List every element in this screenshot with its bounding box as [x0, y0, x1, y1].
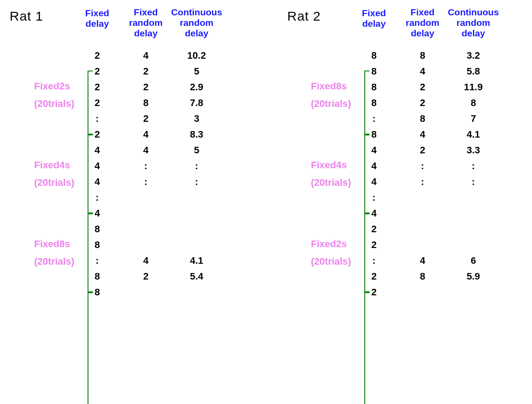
column-header: random: [405, 18, 439, 28]
cell-value: 8: [371, 66, 377, 77]
block-sublabel: (20trials): [34, 99, 74, 109]
block-sublabel: (20trials): [311, 99, 351, 109]
cell-value: 4: [95, 161, 100, 171]
column-header: delay: [134, 28, 158, 38]
cell-value: 4: [143, 50, 148, 61]
cell-value: 4: [95, 177, 100, 187]
cell-value: 2: [95, 129, 100, 140]
cell-value: :: [421, 161, 424, 171]
cell-value: 5.9: [467, 271, 480, 282]
cell-value: 2.9: [190, 82, 204, 92]
cell-value: 4: [371, 208, 377, 219]
cell-value: 7.8: [190, 98, 204, 108]
cell-value: :: [144, 177, 147, 187]
cell-value: :: [95, 113, 99, 124]
cell-value: 4: [371, 161, 377, 171]
cell-value: 8.3: [190, 129, 204, 140]
column-header: random: [180, 18, 213, 28]
cell-value: 2: [371, 224, 377, 234]
cell-value: 2: [95, 66, 100, 77]
cell-value: 7: [471, 113, 476, 124]
cell-value: 2: [143, 113, 148, 124]
cell-value: 2: [420, 82, 425, 92]
cell-value: :: [372, 113, 375, 124]
cell-value: 4: [371, 177, 377, 187]
column-header: random: [456, 18, 490, 28]
block-label: Fixed4s: [34, 160, 70, 170]
cell-value: 8: [371, 82, 377, 92]
cell-value: :: [195, 161, 198, 171]
cell-value: 2: [420, 98, 425, 108]
block-label: Fixed8s: [34, 239, 70, 249]
cell-value: :: [372, 192, 375, 203]
cell-value: 3.3: [467, 145, 480, 156]
column-header: Fixed: [134, 7, 158, 17]
column-header: delay: [185, 28, 208, 38]
cell-value: 8: [95, 224, 100, 234]
cell-value: 5: [194, 145, 199, 156]
cell-value: :: [472, 177, 475, 187]
cell-value: 2: [95, 50, 100, 61]
cell-value: 6: [471, 255, 476, 266]
block-label: Fixed2s: [311, 239, 347, 249]
cell-value: :: [372, 255, 375, 266]
cell-value: 4: [420, 255, 425, 266]
cell-value: 4: [371, 145, 377, 156]
cell-value: :: [95, 255, 99, 266]
cell-value: 4: [95, 145, 100, 156]
cell-value: 5: [194, 66, 199, 77]
column-header: Continuous: [448, 7, 499, 17]
column-header: Fixed: [362, 8, 386, 18]
column-header: delay: [362, 18, 386, 28]
cell-value: 2: [420, 145, 425, 156]
cell-value: 8: [471, 98, 476, 108]
block-label: Fixed2s: [34, 81, 70, 92]
cell-value: 2: [95, 82, 100, 92]
cell-value: 8: [420, 50, 425, 61]
cell-value: 3: [194, 113, 199, 124]
cell-value: 8: [143, 98, 148, 108]
cell-value: 4: [143, 145, 148, 156]
cell-value: 8: [420, 113, 425, 124]
cell-value: 3.2: [467, 50, 480, 61]
column-header: Fixed: [85, 8, 109, 18]
cell-value: :: [144, 161, 147, 171]
cell-value: 8: [95, 271, 100, 282]
cell-value: 2: [143, 82, 148, 92]
cell-value: :: [195, 177, 198, 187]
cell-value: :: [421, 177, 424, 187]
cell-value: 10.2: [187, 50, 206, 61]
cell-value: 11.9: [464, 82, 483, 92]
column-header: delay: [85, 18, 109, 28]
cell-value: 4: [420, 66, 425, 77]
cell-value: 5.8: [467, 66, 480, 77]
rat-title: Rat 2: [287, 9, 321, 23]
cell-value: 2: [371, 271, 377, 282]
cell-value: 4.1: [190, 255, 204, 266]
cell-value: 8: [371, 98, 377, 108]
column-header: Fixed: [411, 7, 435, 17]
column-header: Continuous: [171, 7, 222, 17]
cell-value: 8: [95, 240, 100, 250]
cell-value: 8: [420, 271, 425, 282]
block-sublabel: (20trials): [311, 256, 351, 267]
block-sublabel: (20trials): [34, 177, 74, 188]
column-header: delay: [411, 28, 434, 38]
cell-value: 4: [95, 208, 100, 219]
cell-value: 4: [143, 129, 148, 140]
cell-value: 4: [420, 129, 425, 140]
cell-value: 2: [371, 240, 377, 250]
bracket-icon: [88, 134, 93, 214]
bracket-icon: [88, 291, 93, 404]
bracket-icon: [88, 213, 93, 293]
cell-value: 2: [371, 287, 377, 298]
cell-value: 4.1: [467, 129, 480, 140]
cell-value: 8: [371, 129, 377, 140]
cell-value: 8: [371, 50, 377, 61]
column-header: delay: [462, 28, 485, 38]
bracket-icon: [88, 71, 93, 135]
cell-value: 2: [143, 66, 148, 77]
cell-value: 5.4: [190, 271, 204, 282]
block-label: Fixed4s: [311, 160, 347, 170]
block-sublabel: (20trials): [311, 177, 351, 188]
